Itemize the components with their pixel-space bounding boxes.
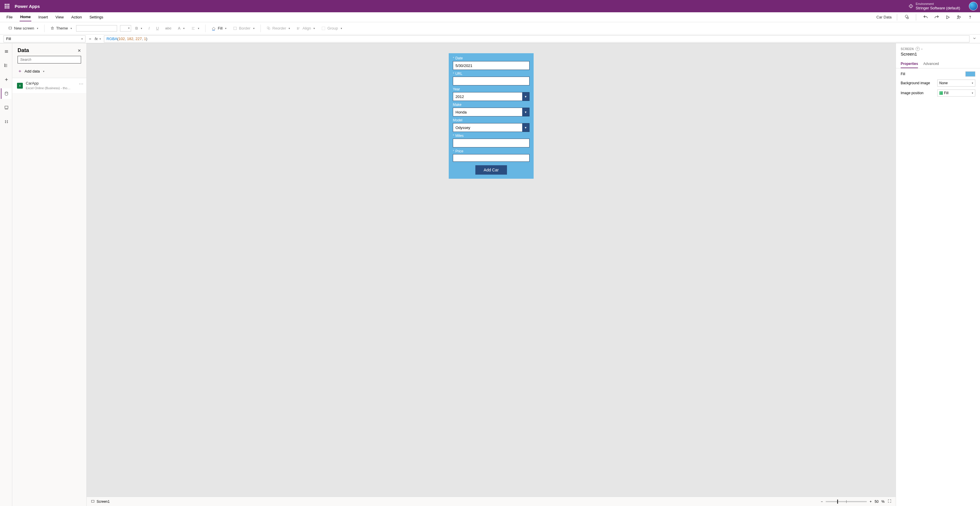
chevron-down-icon: ▾ <box>972 92 973 95</box>
url-input[interactable] <box>453 77 530 86</box>
make-select[interactable]: Honda ▾ <box>453 108 530 116</box>
price-field-label: *Price <box>453 149 530 153</box>
fit-icon <box>939 91 943 95</box>
svg-point-27 <box>5 92 8 93</box>
canvas-viewport[interactable]: *Date *URL Year 2012 ▾ Make <box>87 43 896 496</box>
property-name: Fill <box>6 36 11 41</box>
menu-home[interactable]: Home <box>20 13 31 21</box>
hamburger-icon[interactable] <box>1 46 11 57</box>
undo-icon[interactable] <box>921 13 930 21</box>
menu-file[interactable]: File <box>6 13 13 21</box>
reorder-button[interactable]: Reorder ▾ <box>264 25 293 32</box>
data-search-input[interactable] <box>18 56 81 63</box>
svg-rect-18 <box>322 27 325 30</box>
zoom-out-icon[interactable]: − <box>821 500 823 504</box>
document-name[interactable]: Car Data <box>877 15 892 19</box>
theme-button[interactable]: Theme ▾ <box>48 25 74 32</box>
paint-bucket-icon <box>212 26 216 31</box>
fill-prop-label: Fill <box>900 72 905 76</box>
date-input[interactable] <box>453 61 530 70</box>
text-align-button[interactable]: ▾ <box>189 25 202 32</box>
bg-image-dropdown[interactable]: None ▾ <box>937 79 975 87</box>
fx-icon[interactable]: fx <box>95 36 98 41</box>
chevron-down-icon: ▾ <box>225 27 227 30</box>
formula-input[interactable]: RGBA(102, 182, 227, 1) <box>104 35 969 43</box>
redo-icon[interactable] <box>932 13 941 21</box>
svg-point-5 <box>958 16 959 17</box>
help-icon[interactable]: ? <box>916 47 920 51</box>
group-label: Group <box>327 26 338 30</box>
insert-icon[interactable] <box>1 74 11 85</box>
svg-rect-17 <box>298 29 299 29</box>
play-icon[interactable] <box>944 13 952 21</box>
svg-rect-12 <box>234 27 237 30</box>
model-value: Odyssey <box>453 124 522 132</box>
add-data-button[interactable]: ＋ Add data ▾ <box>12 66 86 78</box>
close-icon[interactable]: ✕ <box>78 48 81 53</box>
menu-insert[interactable]: Insert <box>38 13 49 21</box>
chevron-down-icon: ▾ <box>972 82 973 84</box>
chevron-right-icon[interactable]: › <box>921 48 923 51</box>
advanced-tab[interactable]: Advanced <box>923 60 939 68</box>
year-select[interactable]: 2012 ▾ <box>453 92 530 101</box>
selected-element-name: Screen1 <box>900 51 975 56</box>
model-select[interactable]: Odyssey ▾ <box>453 123 530 132</box>
align-button[interactable]: Align ▾ <box>294 25 317 32</box>
share-icon[interactable] <box>955 13 963 21</box>
formula-expand-icon[interactable] <box>972 36 977 41</box>
zoom-slider[interactable] <box>826 501 867 502</box>
new-screen-button[interactable]: New screen ▾ <box>6 25 41 32</box>
excel-icon: x <box>17 83 23 89</box>
tree-view-icon[interactable] <box>1 60 11 71</box>
fill-button[interactable]: Fill ▾ <box>209 25 229 32</box>
miles-input[interactable] <box>453 139 530 148</box>
media-icon[interactable] <box>1 102 11 113</box>
breadcrumb-screen[interactable]: Screen1 <box>97 500 110 504</box>
app-title: Power Apps <box>14 4 40 9</box>
help-icon[interactable] <box>966 13 974 21</box>
data-source-item[interactable]: x CarApp Excel Online (Business) - thoma… <box>12 78 86 93</box>
group-button[interactable]: Group ▾ <box>319 25 344 32</box>
menu-view[interactable]: View <box>55 13 64 21</box>
data-icon[interactable] <box>1 88 11 99</box>
new-screen-label: New screen <box>14 26 34 30</box>
zoom-in-icon[interactable]: + <box>870 500 872 504</box>
add-car-button[interactable]: Add Car <box>476 165 507 174</box>
property-selector[interactable]: Fill ▾ <box>3 35 86 43</box>
svg-rect-16 <box>298 27 299 28</box>
chevron-down-icon[interactable]: ▾ <box>100 37 101 40</box>
menu-settings[interactable]: Settings <box>89 13 104 21</box>
image-pos-dropdown[interactable]: Fill ▾ <box>937 89 975 97</box>
tools-icon[interactable] <box>1 116 11 127</box>
font-family-dropdown[interactable] <box>76 25 117 32</box>
more-icon[interactable]: ⋯ <box>79 81 83 87</box>
user-avatar[interactable] <box>969 2 978 11</box>
chevron-down-icon: ▾ <box>522 124 529 132</box>
fill-color-swatch[interactable] <box>966 71 975 77</box>
underline-button[interactable]: U <box>154 25 161 32</box>
svg-rect-11 <box>212 30 215 30</box>
font-color-button[interactable]: A▾ <box>175 25 187 32</box>
year-value: 2012 <box>453 92 522 101</box>
bold-button[interactable]: B▾ <box>133 25 144 32</box>
app-checker-icon[interactable] <box>902 13 911 21</box>
price-input[interactable] <box>453 154 530 162</box>
left-rail <box>0 43 12 506</box>
menu-action[interactable]: Action <box>71 13 83 21</box>
equals-sign: = <box>89 36 91 41</box>
italic-button[interactable]: I <box>146 25 152 32</box>
fit-to-window-icon[interactable] <box>888 499 892 504</box>
environment-selector[interactable]: Environment Stringer Software (default) <box>908 2 960 11</box>
font-size-dropdown[interactable]: ▾ <box>120 25 131 32</box>
menu-bar: File Home Insert View Action Settings Ca… <box>0 12 980 22</box>
reorder-label: Reorder <box>272 26 286 30</box>
border-button[interactable]: Border ▾ <box>231 25 257 32</box>
app-launcher-icon[interactable] <box>2 2 12 11</box>
environment-label: Environment <box>916 2 960 6</box>
properties-tab[interactable]: Properties <box>900 60 918 68</box>
align-label: Align <box>302 26 311 30</box>
data-panel: Data ✕ ＋ Add data ▾ x CarApp Excel Onlin… <box>12 43 87 506</box>
app-screen[interactable]: *Date *URL Year 2012 ▾ Make <box>449 53 534 179</box>
strikethrough-button[interactable]: abc <box>163 25 174 32</box>
app-header: Power Apps Environment Stringer Software… <box>0 0 980 12</box>
